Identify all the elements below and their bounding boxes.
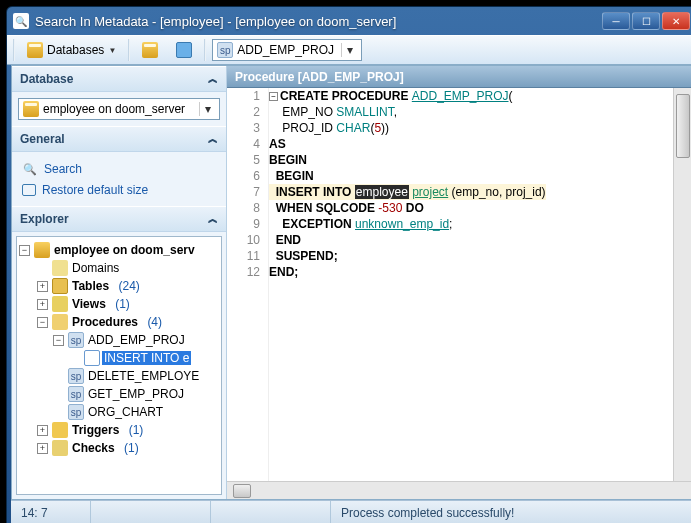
code-editor[interactable]: 123456789101112 −CREATE PROCEDURE ADD_EM… bbox=[227, 88, 673, 481]
panel-header-explorer[interactable]: Explorer ︽ bbox=[12, 206, 226, 232]
database-icon bbox=[23, 101, 39, 117]
app-icon: 🔍 bbox=[13, 13, 29, 29]
statusbar: 14: 7 Process completed successfully! bbox=[11, 500, 691, 523]
chevron-down-icon: ▾ bbox=[341, 43, 357, 57]
toolbar: Databases ▼ sp ADD_EMP_PROJ ▾ bbox=[7, 35, 691, 65]
tree-node-checks[interactable]: +Checks (1) bbox=[19, 439, 219, 457]
database-icon bbox=[142, 42, 158, 58]
folder-icon bbox=[52, 260, 68, 276]
toolbar-separator bbox=[128, 39, 130, 61]
tree-node-proc-get[interactable]: spGET_EMP_PROJ bbox=[19, 385, 219, 403]
views-icon bbox=[52, 296, 68, 312]
procedure-icon: sp bbox=[68, 332, 84, 348]
status-spacer bbox=[91, 501, 211, 523]
database-selector-value: employee on doom_server bbox=[43, 102, 195, 116]
procedure-selector[interactable]: sp ADD_EMP_PROJ ▾ bbox=[212, 39, 362, 61]
collapse-icon: ︽ bbox=[208, 132, 218, 146]
restore-size-link[interactable]: Restore default size bbox=[18, 180, 220, 200]
procedure-icon: sp bbox=[217, 42, 233, 58]
minimize-button[interactable]: ─ bbox=[602, 12, 630, 30]
procedures-icon bbox=[52, 314, 68, 330]
editor-title: Procedure [ADD_EMP_PROJ] bbox=[227, 66, 691, 88]
tree-node-database[interactable]: −employee on doom_serv bbox=[19, 241, 219, 259]
chevron-down-icon: ▼ bbox=[108, 46, 116, 55]
scrollbar-thumb[interactable] bbox=[676, 94, 690, 158]
procedure-icon: sp bbox=[68, 368, 84, 384]
connect-button[interactable] bbox=[136, 39, 164, 61]
toolbar-separator bbox=[204, 39, 206, 61]
collapse-icon: ︽ bbox=[208, 72, 218, 86]
databases-dropdown[interactable]: Databases ▼ bbox=[21, 39, 122, 61]
window-icon bbox=[176, 42, 192, 58]
tree-node-tables[interactable]: +Tables (24) bbox=[19, 277, 219, 295]
fold-icon[interactable]: − bbox=[269, 92, 278, 101]
procedure-icon: sp bbox=[68, 386, 84, 402]
tree-node-domains[interactable]: Domains bbox=[19, 259, 219, 277]
tree-node-procedures[interactable]: −Procedures (4) bbox=[19, 313, 219, 331]
checks-icon bbox=[52, 440, 68, 456]
editor-panel: Procedure [ADD_EMP_PROJ] 123456789101112… bbox=[227, 66, 691, 499]
explorer-tree[interactable]: −employee on doom_serv Domains +Tables (… bbox=[16, 236, 222, 495]
procedure-selector-value: ADD_EMP_PROJ bbox=[237, 43, 334, 57]
tree-node-proc-delete[interactable]: spDELETE_EMPLOYE bbox=[19, 367, 219, 385]
sidebar: Database ︽ employee on doom_server ▾ Gen… bbox=[12, 66, 227, 499]
maximize-button[interactable]: ☐ bbox=[632, 12, 660, 30]
tree-node-triggers[interactable]: +Triggers (1) bbox=[19, 421, 219, 439]
tree-node-proc-insert[interactable]: INSERT INTO e bbox=[19, 349, 219, 367]
status-cursor-position: 14: 7 bbox=[11, 501, 91, 523]
triggers-icon bbox=[52, 422, 68, 438]
window-title: Search In Metadata - [employee] - [emplo… bbox=[35, 14, 602, 29]
scrollbar-thumb[interactable] bbox=[233, 484, 251, 498]
tables-icon bbox=[52, 278, 68, 294]
tree-node-views[interactable]: +Views (1) bbox=[19, 295, 219, 313]
titlebar[interactable]: 🔍 Search In Metadata - [employee] - [emp… bbox=[7, 7, 691, 35]
line-gutter: 123456789101112 bbox=[227, 88, 269, 481]
close-button[interactable]: ✕ bbox=[662, 12, 690, 30]
status-message: Process completed successfully! bbox=[331, 501, 691, 523]
database-selector[interactable]: employee on doom_server ▾ bbox=[18, 98, 220, 120]
panel-header-database[interactable]: Database ︽ bbox=[12, 66, 226, 92]
database-icon bbox=[34, 242, 50, 258]
restore-icon bbox=[22, 184, 36, 196]
collapse-icon: ︽ bbox=[208, 212, 218, 226]
client-area: Database ︽ employee on doom_server ▾ Gen… bbox=[11, 65, 691, 500]
toolbar-grip[interactable] bbox=[13, 39, 15, 61]
tree-node-proc-org[interactable]: spORG_CHART bbox=[19, 403, 219, 421]
search-icon: 🔍 bbox=[22, 161, 38, 177]
window-mode-button[interactable] bbox=[170, 39, 198, 61]
app-window: 🔍 Search In Metadata - [employee] - [emp… bbox=[6, 6, 691, 523]
file-icon bbox=[84, 350, 100, 366]
chevron-down-icon: ▾ bbox=[199, 102, 215, 116]
vertical-scrollbar[interactable] bbox=[673, 88, 691, 481]
procedure-icon: sp bbox=[68, 404, 84, 420]
tree-node-proc-add[interactable]: −spADD_EMP_PROJ bbox=[19, 331, 219, 349]
database-icon bbox=[27, 42, 43, 58]
panel-header-general[interactable]: General ︽ bbox=[12, 126, 226, 152]
horizontal-scrollbar[interactable] bbox=[227, 481, 691, 499]
status-spacer bbox=[211, 501, 331, 523]
code-body[interactable]: −CREATE PROCEDURE ADD_EMP_PROJ( EMP_NO S… bbox=[269, 88, 673, 481]
search-link[interactable]: 🔍 Search bbox=[18, 158, 220, 180]
databases-label: Databases bbox=[47, 43, 104, 57]
